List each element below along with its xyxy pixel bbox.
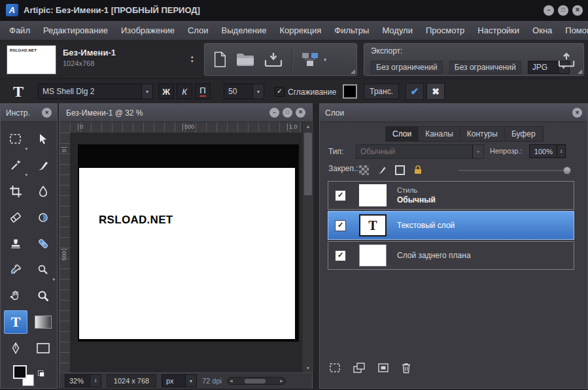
text-tool[interactable]: T (4, 310, 27, 334)
window-maximize-button[interactable]: □ (558, 5, 568, 16)
menu-item-image[interactable]: Изображение (114, 21, 181, 40)
layers-panel-close-button[interactable]: ✕ (572, 108, 582, 118)
document-page[interactable]: RSLOAD.NET (79, 168, 295, 339)
tab-buffer[interactable]: Буфер (505, 127, 543, 141)
eraser-tool[interactable] (4, 206, 27, 229)
scroll-up-icon[interactable]: ▲ (303, 122, 313, 131)
document-window-header[interactable]: Без-Имени-1 @ 32 % – □ ✕ (60, 104, 312, 122)
open-folder-icon[interactable] (235, 52, 255, 67)
canvas-area[interactable]: RSLOAD.NET (70, 133, 302, 372)
layer-select-icon[interactable] (329, 363, 341, 373)
export-width-limit-dropdown[interactable]: Без ограничений (371, 61, 443, 74)
document-image[interactable]: RSLOAD.NET (78, 144, 299, 342)
scroll-right-icon[interactable]: ▶ (280, 378, 283, 384)
apply-text-button[interactable]: ✔ (406, 83, 424, 100)
window-close-button[interactable]: ✕ (572, 5, 583, 16)
spinner-up-icon[interactable]: ▴ (191, 54, 194, 59)
layer-thumbnail[interactable]: T (359, 214, 387, 236)
hand-tool[interactable] (4, 284, 27, 308)
shape-tool[interactable] (31, 336, 55, 360)
lock-all-icon[interactable] (413, 165, 423, 175)
menu-item-modules[interactable]: Модули (375, 21, 419, 40)
document-thumbnail[interactable]: RSLOAD.NET (7, 45, 56, 74)
opacity-slider-knob[interactable] (563, 167, 571, 174)
zoom-spinner[interactable]: ⇕ (90, 375, 101, 387)
underline-button[interactable]: П (195, 84, 211, 99)
text-color-swatch[interactable] (343, 84, 357, 99)
export-button[interactable] (556, 50, 577, 71)
transform-button[interactable]: Транс. (364, 84, 399, 99)
save-import-icon[interactable] (264, 51, 283, 68)
stamp-tool[interactable] (4, 232, 27, 255)
opacity-slider[interactable] (458, 170, 568, 171)
chevron-down-icon[interactable]: ▾ (141, 84, 152, 99)
export-height-limit-dropdown[interactable]: Без ограничений (449, 61, 521, 74)
vertical-scroll-thumb[interactable] (304, 133, 312, 195)
menu-item-filters[interactable]: Фильтры (328, 21, 375, 40)
layer-visibility-checkbox[interactable]: ✓ (335, 220, 346, 231)
doc-maximize-button[interactable]: □ (283, 108, 292, 118)
zoom-area-tool[interactable]: ▾ (31, 258, 55, 282)
menu-item-selection[interactable]: Выделение (215, 21, 273, 40)
bold-button[interactable]: Ж (158, 84, 174, 99)
tools-panel-close-button[interactable]: ✕ (42, 108, 52, 118)
menu-item-help[interactable]: Помощь (559, 21, 588, 40)
lock-position-icon[interactable] (395, 165, 405, 175)
marquee-select-tool[interactable]: ▾ (4, 127, 27, 151)
duplicate-layer-icon[interactable] (377, 363, 389, 373)
chevron-down-icon[interactable]: ▾ (472, 145, 483, 158)
italic-button[interactable]: К (177, 84, 192, 99)
menu-item-layers[interactable]: Слои (181, 21, 215, 40)
crop-tool[interactable] (4, 180, 27, 203)
canvas-text[interactable]: RSLOAD.NET (99, 214, 173, 227)
horizontal-scrollbar[interactable]: ◀ ▶ (227, 377, 286, 385)
gradient-tool[interactable] (31, 310, 55, 334)
chevron-down-icon[interactable]: ▾ (185, 375, 196, 387)
spinner-down-icon[interactable]: ▾ (191, 59, 194, 63)
layer-visibility-checkbox[interactable]: ✓ (335, 190, 346, 201)
color-selector[interactable] (6, 363, 52, 386)
tab-channels[interactable]: Каналы (419, 127, 460, 141)
tab-layers[interactable]: Слои (386, 127, 419, 141)
vertical-scrollbar[interactable]: ▲ ▼ (302, 122, 313, 372)
antialias-checkbox[interactable]: ✓ (275, 87, 285, 97)
menu-item-windows[interactable]: Окна (526, 21, 559, 40)
panel-resize-grip[interactable] (578, 69, 582, 74)
font-family-dropdown[interactable]: MS Shell Dlg 2 ▾ (38, 84, 153, 99)
zoom-tool[interactable] (31, 284, 55, 308)
magic-wand-tool[interactable]: ▾ (4, 154, 27, 177)
cancel-text-button[interactable]: ✖ (426, 83, 445, 100)
default-colors-icon[interactable] (38, 370, 44, 377)
delete-layer-icon[interactable] (401, 362, 411, 374)
blur-tool[interactable] (31, 180, 55, 203)
zoom-level-combo[interactable]: 32% ⇕ (65, 374, 101, 387)
menu-item-settings[interactable]: Настройки (471, 21, 526, 40)
new-layer-icon[interactable] (353, 362, 366, 374)
layer-visibility-checkbox[interactable]: ✓ (335, 250, 346, 261)
tab-paths[interactable]: Контуры (460, 127, 505, 141)
layer-row-background[interactable]: ✓ Слой заднего плана (328, 241, 574, 270)
menu-item-correction[interactable]: Коррекция (273, 21, 328, 40)
lock-paint-icon[interactable] (377, 165, 387, 175)
workspace-chevron-icon[interactable]: ▾ (324, 57, 326, 63)
clone-tool[interactable] (31, 206, 55, 229)
window-minimize-button[interactable]: – (544, 5, 554, 16)
layer-row-style[interactable]: ✓ Стиль Обычный (328, 181, 574, 210)
new-document-icon[interactable] (213, 50, 227, 69)
scroll-down-icon[interactable]: ▼ (303, 364, 313, 372)
workspace-layout-icon[interactable] (301, 51, 319, 68)
blend-type-dropdown[interactable]: Обычный ▾ (356, 144, 484, 159)
units-dropdown[interactable]: px ▾ (162, 374, 197, 387)
opacity-spin-icons[interactable]: ⇕ (557, 145, 565, 157)
doc-minimize-button[interactable]: – (269, 108, 279, 118)
panel-resize-grip[interactable] (351, 69, 355, 74)
pen-tool[interactable] (4, 336, 27, 360)
eyedropper-tool[interactable] (4, 258, 27, 282)
horizontal-scroll-thumb[interactable] (245, 379, 266, 383)
opacity-spinner[interactable]: 100% ⇕ (529, 144, 566, 158)
foreground-background-colors[interactable] (13, 365, 34, 386)
font-size-dropdown[interactable]: 50 ▾ (224, 84, 264, 99)
menu-item-edit[interactable]: Редактирование (37, 21, 114, 40)
lock-transparency-icon[interactable] (359, 165, 369, 175)
foreground-color-swatch[interactable] (13, 365, 27, 379)
